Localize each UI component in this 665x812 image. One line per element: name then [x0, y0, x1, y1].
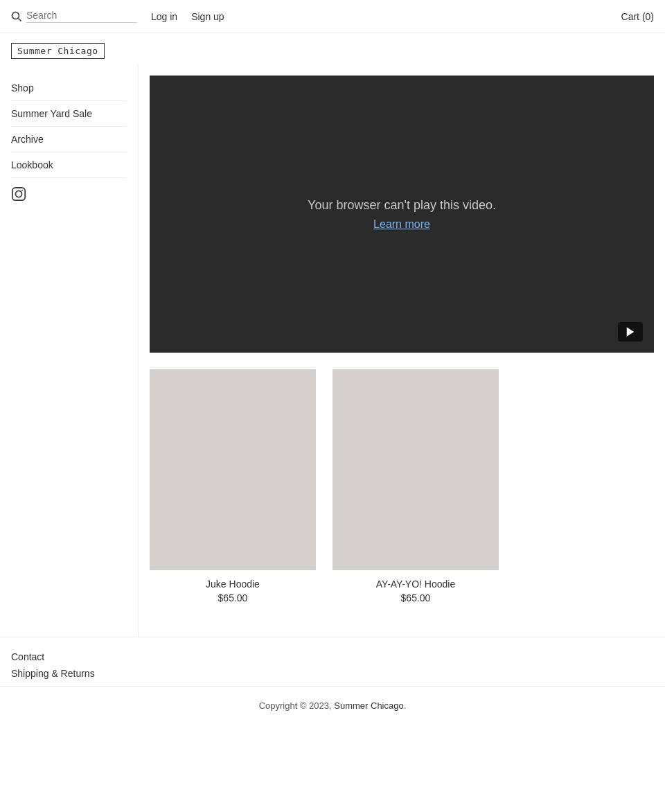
sidebar: Shop Summer Yard Sale Archive Lookbook: [0, 64, 139, 637]
cart-link[interactable]: Cart (0): [621, 11, 654, 22]
svg-line-1: [19, 18, 21, 21]
sidebar-item-summer-yard-sale[interactable]: Summer Yard Sale: [11, 101, 127, 127]
product-image-ayayo-hoodie: [332, 369, 499, 570]
sidebar-item-shop[interactable]: Shop: [11, 76, 127, 101]
signup-link[interactable]: Sign up: [191, 11, 224, 22]
svg-point-0: [12, 12, 19, 19]
sidebar-link-archive[interactable]: Archive: [11, 134, 44, 145]
sidebar-link-shop[interactable]: Shop: [11, 82, 34, 94]
content-area: Your browser can't play this video. Lear…: [139, 64, 665, 637]
product-price-ayayo-hoodie: $65.00: [332, 592, 499, 603]
video-cant-play-text: Your browser can't play this video.: [308, 198, 496, 213]
video-player: Your browser can't play this video. Lear…: [150, 76, 654, 353]
product-price-juke-hoodie: $65.00: [150, 592, 316, 603]
search-icon: [11, 11, 22, 22]
product-card-ayayo-hoodie[interactable]: AY-AY-YO! Hoodie $65.00: [332, 369, 499, 603]
copyright-period: .: [404, 700, 407, 711]
sidebar-item-instagram[interactable]: [11, 178, 127, 204]
video-message: Your browser can't play this video. Lear…: [308, 198, 496, 231]
instagram-icon: [11, 186, 26, 204]
sidebar-link-lookbook[interactable]: Lookbook: [11, 159, 53, 170]
search-input[interactable]: [26, 10, 137, 23]
footer-link-contact[interactable]: Contact: [11, 651, 654, 662]
brand-banner: Summer Chicago: [0, 33, 665, 64]
svg-point-3: [15, 191, 21, 197]
svg-marker-5: [627, 327, 635, 337]
product-name-juke-hoodie: Juke Hoodie: [150, 579, 316, 590]
product-name-ayayo-hoodie: AY-AY-YO! Hoodie: [332, 579, 499, 590]
brand-tag: Summer Chicago: [11, 43, 105, 59]
video-play-button[interactable]: [618, 322, 643, 342]
product-image-juke-hoodie: [150, 369, 316, 570]
video-learn-more-link[interactable]: Learn more: [373, 218, 430, 230]
product-card-juke-hoodie[interactable]: Juke Hoodie $65.00: [150, 369, 316, 603]
copyright-text: Copyright © 2023,: [259, 700, 332, 711]
main-layout: Shop Summer Yard Sale Archive Lookbook: [0, 64, 665, 637]
site-header: Log in Sign up Cart (0): [0, 0, 665, 33]
svg-rect-2: [12, 188, 25, 200]
copyright-brand-link[interactable]: Summer Chicago: [334, 700, 403, 711]
search-form: [11, 10, 137, 23]
copyright-bar: Copyright © 2023, Summer Chicago.: [0, 686, 665, 725]
sidebar-item-archive[interactable]: Archive: [11, 127, 127, 152]
svg-point-4: [21, 190, 23, 191]
login-link[interactable]: Log in: [151, 11, 177, 22]
footer-links: Contact Shipping & Returns: [0, 637, 665, 686]
products-grid: Juke Hoodie $65.00 AY-AY-YO! Hoodie $65.…: [150, 369, 654, 603]
sidebar-item-lookbook[interactable]: Lookbook: [11, 152, 127, 178]
footer-link-shipping[interactable]: Shipping & Returns: [11, 668, 654, 679]
header-nav: Log in Sign up: [151, 11, 224, 22]
sidebar-link-summer-yard-sale[interactable]: Summer Yard Sale: [11, 108, 92, 119]
